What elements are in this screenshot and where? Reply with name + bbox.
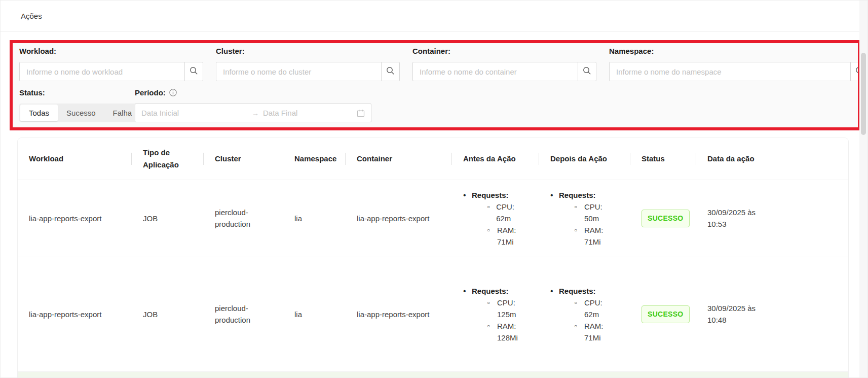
page-title: Ações — [21, 12, 42, 20]
cell-namespace: lia — [283, 180, 346, 257]
container-label: Container: — [412, 46, 596, 56]
container-input[interactable] — [412, 62, 578, 81]
filter-cluster: Cluster: — [216, 46, 400, 81]
cell-tipo: JOB — [132, 257, 204, 371]
namespace-input[interactable] — [609, 62, 851, 81]
workload-label: Workload: — [19, 46, 203, 56]
workload-search-button[interactable] — [184, 62, 203, 81]
cell-namespace: lia — [283, 257, 346, 371]
cluster-search-button[interactable] — [381, 62, 400, 81]
col-container: Container — [346, 138, 452, 180]
cell-cluster: piercloud-production — [204, 180, 283, 257]
col-namespace: Namespace — [283, 138, 346, 180]
table-row-partial-highlighted — [18, 371, 848, 378]
filter-panel: Workload: Cluster: — [10, 40, 861, 130]
circle-bullet-icon: ○ — [574, 224, 584, 248]
col-workload: Workload — [18, 138, 132, 180]
period-label: Período: — [135, 87, 166, 98]
cell-date: 30/09/2025 às 10:48 — [696, 257, 848, 371]
bullet-icon: • — [550, 285, 559, 297]
status-label: Status: — [19, 87, 141, 98]
start-date-field[interactable]: Data Inicial — [141, 109, 248, 117]
circle-bullet-icon: ○ — [487, 297, 497, 320]
cell-workload: lia-app-reports-export — [18, 257, 132, 371]
col-data-da-acao: Data da ação — [696, 138, 848, 180]
cell-date: 30/09/2025 às 10:53 — [696, 180, 848, 257]
cluster-input[interactable] — [216, 62, 382, 81]
status-option-todas[interactable]: Todas — [20, 105, 58, 121]
status-badge: SUCESSO — [641, 210, 690, 227]
search-icon — [583, 66, 591, 77]
workload-input[interactable] — [19, 62, 185, 81]
namespace-label: Namespace: — [609, 46, 861, 56]
col-antes-da-acao: Antes da Ação — [452, 138, 539, 180]
vertical-scrollbar[interactable] — [859, 1, 867, 378]
circle-bullet-icon: ○ — [487, 201, 496, 224]
circle-bullet-icon: ○ — [487, 320, 497, 343]
actions-table-card: Workload Tipo de Aplicação Cluster Names… — [17, 138, 849, 378]
circle-bullet-icon: ○ — [574, 201, 584, 224]
cell-container: lia-app-reports-export — [346, 180, 452, 257]
cell-workload: lia-app-reports-export — [18, 180, 132, 257]
scrollbar-thumb[interactable] — [861, 53, 866, 135]
cell-before: •Requests: ○CPU: 62m ○RAM: 71Mi — [452, 180, 539, 257]
top-bar: Ações — [1, 1, 859, 32]
col-tipo-de-aplicacao: Tipo de Aplicação — [132, 138, 204, 180]
bullet-icon: • — [550, 189, 559, 201]
cell-status: SUCESSO — [630, 257, 696, 371]
status-badge: SUCESSO — [641, 305, 690, 323]
actions-page: Ações Workload: Cluster: — [0, 0, 868, 378]
filter-status: Status: Todas Sucesso Falha — [19, 87, 141, 122]
cell-cluster: piercloud-production — [204, 257, 283, 371]
date-range-picker[interactable]: Data Inicial → Data Final — [135, 104, 371, 122]
cell-tipo: JOB — [132, 180, 204, 257]
filter-namespace: Namespace: — [609, 46, 861, 81]
table-row: lia-app-reports-export JOB piercloud-pro… — [18, 257, 848, 371]
filter-period: Período: Data Inicial → Data Final — [135, 87, 371, 122]
actions-table: Workload Tipo de Aplicação Cluster Names… — [18, 138, 848, 378]
cluster-label: Cluster: — [216, 46, 400, 56]
circle-bullet-icon: ○ — [574, 320, 584, 343]
bullet-icon: • — [463, 285, 472, 297]
col-status: Status — [630, 138, 696, 180]
circle-bullet-icon: ○ — [574, 297, 584, 320]
info-icon[interactable] — [169, 89, 177, 96]
filter-container: Container: — [412, 46, 596, 81]
circle-bullet-icon: ○ — [487, 224, 497, 248]
col-depois-da-acao: Depois da Ação — [539, 138, 630, 180]
cell-after: •Requests: ○CPU: 50m ○RAM: 71Mi — [539, 180, 630, 257]
table-row: lia-app-reports-export JOB piercloud-pro… — [18, 180, 848, 257]
status-segmented-control: Todas Sucesso Falha — [19, 104, 141, 122]
bullet-icon: • — [463, 189, 472, 201]
filter-workload: Workload: — [19, 46, 203, 81]
cell-status: SUCESSO — [630, 180, 696, 257]
search-icon — [386, 66, 395, 77]
cell-container: lia-app-reports-export — [346, 257, 452, 371]
cell-before: •Requests: ○CPU: 125m ○RAM: 128Mi — [452, 257, 539, 371]
container-search-button[interactable] — [578, 62, 596, 81]
end-date-field[interactable]: Data Final — [263, 109, 353, 117]
status-option-sucesso[interactable]: Sucesso — [58, 105, 104, 121]
calendar-icon — [357, 109, 365, 117]
range-arrow-icon: → — [252, 109, 259, 117]
search-icon — [190, 66, 198, 77]
table-header-row: Workload Tipo de Aplicação Cluster Names… — [18, 138, 848, 180]
cell-after: •Requests: ○CPU: 62m ○RAM: 71Mi — [539, 257, 630, 371]
col-cluster: Cluster — [204, 138, 283, 180]
